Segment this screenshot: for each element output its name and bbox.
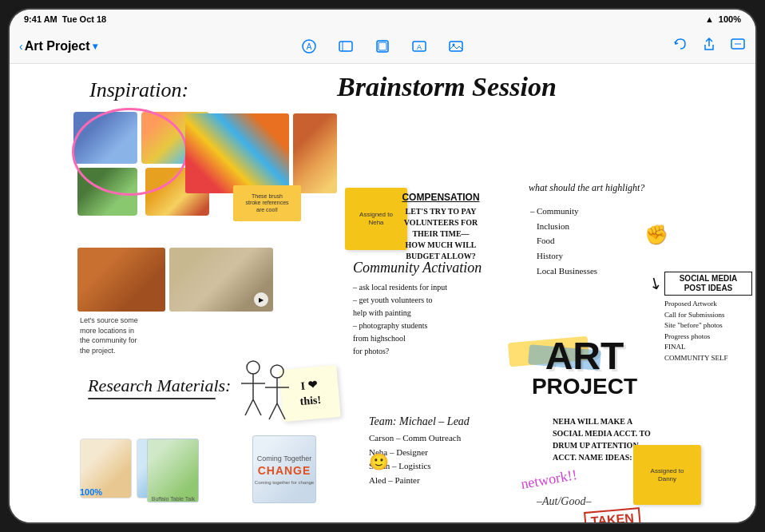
book-figure-label: Buffalo Table Talk (149, 493, 197, 502)
signature: –Aut/Good– (537, 495, 591, 508)
photo-caption: Let's source some more locations in the … (80, 316, 160, 355)
research-underline (88, 398, 216, 399)
svg-text:A: A (307, 42, 312, 51)
tool-layers[interactable] (371, 35, 394, 58)
status-left: 9:41 AM Tue Oct 18 (24, 14, 106, 24)
canvas-area: Inspiration: These brush stroke referenc… (10, 64, 755, 522)
back-chevron: ‹ (19, 40, 23, 53)
social-media-ideas: SOCIAL MEDIA POST IDEAS Proposed Artwork… (664, 272, 752, 363)
change-book-cover: Coming Together CHANGE Coming together f… (252, 435, 316, 503)
tool-image[interactable] (445, 35, 467, 58)
wifi-icon: ▲ (705, 14, 714, 24)
ipad-frame: 9:41 AM Tue Oct 18 ▲ 100% ‹ Art Project … (8, 8, 757, 524)
fist-emoji: ✊ (644, 224, 668, 246)
team-members: Carson – Comm Outreach Neha – Designer S… (369, 431, 529, 487)
svg-line-21 (277, 403, 285, 419)
arrow-to-social: ↘ (644, 271, 666, 294)
highlight-question: what should the art highlight? (529, 182, 644, 194)
sketch-figure (233, 355, 297, 435)
photo-lower-group (77, 248, 165, 312)
zoom-percent: 100% (80, 487, 102, 497)
share-button[interactable] (701, 36, 717, 56)
art-text: ART (545, 337, 624, 375)
undo-button[interactable] (672, 36, 688, 56)
community-activation-title: Community Activation (353, 260, 513, 276)
svg-point-12 (247, 361, 260, 374)
power-button[interactable] (755, 250, 757, 282)
art-project-logo: ART PROJECT (521, 320, 648, 415)
svg-point-17 (271, 365, 283, 378)
svg-rect-2 (339, 42, 352, 51)
ipad-screen: 9:41 AM Tue Oct 18 ▲ 100% ‹ Art Project … (10, 10, 755, 522)
tool-marker[interactable] (335, 35, 357, 58)
community-activation-section: Community Activation – ask local residen… (353, 260, 513, 358)
tool-pen[interactable]: A (298, 35, 320, 58)
back-button[interactable]: ‹ Art Project ▾ (19, 39, 97, 54)
tool-text[interactable]: A (408, 35, 430, 58)
more-button[interactable] (730, 36, 746, 56)
svg-rect-8 (450, 42, 462, 51)
project-text: PROJECT (532, 375, 637, 398)
social-media-title: SOCIAL MEDIA POST IDEAS (664, 272, 752, 296)
svg-rect-5 (379, 42, 386, 50)
title-chevron: ▾ (93, 41, 97, 52)
community-activation-items: – ask local residents for input – get yo… (353, 281, 513, 358)
photo-7[interactable] (77, 248, 165, 312)
highlight-list: Community Inclusion Food History Local B… (537, 204, 597, 278)
change-book-subtitle: Coming together for change (255, 480, 314, 485)
date-display: Tue Oct 18 (62, 14, 106, 24)
play-button-icon[interactable]: ▶ (254, 292, 268, 307)
change-book[interactable]: Coming Together CHANGE Coming together f… (252, 435, 316, 503)
status-right: ▲ 100% (705, 14, 741, 24)
toolbar-left: ‹ Art Project ▾ (19, 39, 97, 54)
change-book-title: CHANGE (258, 464, 311, 477)
team-section: Team: Michael – Lead Carson – Comm Outre… (369, 415, 529, 487)
photo-1[interactable] (73, 112, 137, 164)
compensation-body: LET'S TRY TO PAY VOLUNTEERS FOR THEIR TI… (377, 206, 505, 262)
photo-6[interactable] (293, 113, 337, 193)
team-title: Team: Michael – Lead (369, 415, 529, 428)
photo-5[interactable] (185, 113, 289, 193)
svg-line-15 (245, 399, 253, 415)
social-media-list: Proposed Artwork Call for Submissions Si… (664, 299, 752, 363)
inspiration-title: Inspiration: (89, 78, 188, 102)
smiley-icon: 🙂 (369, 452, 389, 471)
svg-line-16 (253, 399, 261, 415)
taken-stamp: TAKEN (584, 507, 641, 522)
doc-title: Art Project ▾ (25, 39, 98, 54)
battery-display: 100% (719, 14, 741, 24)
toolbar-right (672, 36, 746, 56)
sticky-note-brushstrokes[interactable]: These brush stroke references are cool! (233, 185, 301, 221)
brainstorm-session-title: Brainstorm Session (337, 72, 557, 102)
svg-text:A: A (417, 43, 422, 51)
compensation-title: COMPENSATION (377, 192, 505, 203)
svg-line-20 (269, 403, 277, 419)
compensation-note: COMPENSATION LET'S TRY TO PAY VOLUNTEERS… (377, 192, 505, 262)
toolbar-tools: A A (298, 35, 467, 58)
status-bar: 9:41 AM Tue Oct 18 ▲ 100% (10, 10, 755, 29)
sticky-note-danny[interactable]: Assigned to Danny (633, 445, 701, 505)
video-thumbnail[interactable]: ▶ (169, 248, 273, 312)
highlight-checkboxes: – (530, 204, 535, 219)
research-materials-title: Research Materials: (88, 375, 231, 396)
photo-3[interactable] (77, 168, 137, 216)
toolbar: ‹ Art Project ▾ A (10, 29, 755, 64)
time-display: 9:41 AM (24, 14, 57, 24)
